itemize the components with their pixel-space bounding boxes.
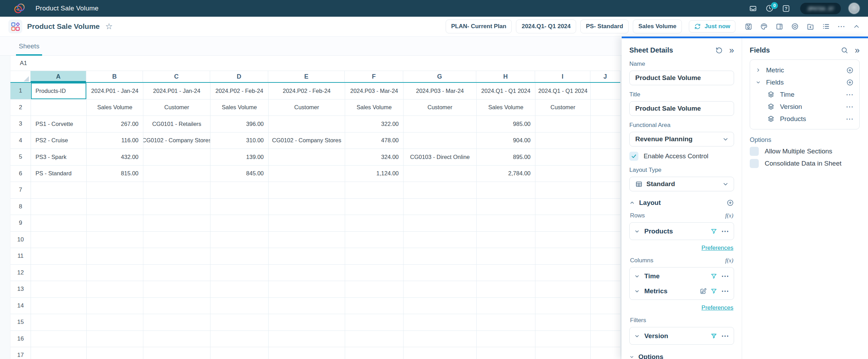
cell-E11[interactable] [269, 248, 345, 265]
filter-funnel-active-icon[interactable] [710, 333, 717, 340]
tab-sheets[interactable]: Sheets [16, 42, 42, 56]
cell-H5[interactable]: 895.00 [477, 149, 535, 166]
filter-pill-product[interactable]: PS- Standard [580, 19, 629, 33]
user-badge[interactable]: JP0724_37 [800, 3, 841, 14]
cell-J6[interactable] [591, 166, 621, 182]
cell-C4[interactable]: CG0102 - Company Stores [143, 133, 210, 149]
cell-A6[interactable]: PS - Standard [31, 166, 87, 182]
cell-D5[interactable]: 139.00 [210, 149, 269, 166]
cell-G14[interactable] [404, 298, 477, 314]
cell-A3[interactable]: PS1 - Corvette [31, 116, 87, 133]
cell-A10[interactable] [31, 232, 87, 248]
cell-B9[interactable] [87, 215, 143, 232]
cell-A14[interactable] [31, 298, 87, 314]
cell-E12[interactable] [269, 265, 345, 281]
cell-B7[interactable] [87, 182, 143, 199]
palette-icon[interactable] [760, 22, 768, 31]
export-folder-icon[interactable] [806, 23, 814, 31]
collapse-panel-icon[interactable]: » [855, 46, 860, 55]
cell-E5[interactable] [269, 149, 345, 166]
cell-H7[interactable] [477, 182, 535, 199]
cell-H3[interactable]: 985.00 [477, 116, 535, 133]
cell-D8[interactable] [210, 199, 269, 215]
more-options-icon[interactable]: ⋯ [837, 23, 845, 30]
cell-I7[interactable] [535, 182, 591, 199]
layout-type-select[interactable]: Standard [629, 177, 734, 191]
cell-G1[interactable]: 2024.P03 - Mar-24 [404, 83, 477, 99]
add-icon[interactable] [846, 66, 854, 74]
rows-preferences-link[interactable]: Preferences [630, 245, 733, 252]
cell-D15[interactable] [210, 314, 269, 331]
column-header-D[interactable]: D [210, 71, 268, 82]
filter-row-version[interactable]: Version ⋯ [634, 328, 729, 343]
cell-B11[interactable] [87, 248, 143, 265]
cell-F13[interactable] [345, 281, 404, 298]
cell-J13[interactable] [591, 281, 621, 298]
view-target-icon[interactable] [791, 22, 799, 31]
cell-A11[interactable] [31, 248, 87, 265]
cell-I6[interactable] [535, 166, 591, 182]
cell-F6[interactable]: 1,124.00 [345, 166, 404, 182]
cell-D4[interactable]: 310.00 [210, 133, 269, 149]
column-header-G[interactable]: G [403, 71, 476, 82]
cell-I13[interactable] [535, 281, 591, 298]
cell-J1[interactable] [591, 83, 621, 99]
field-more-icon[interactable]: ⋯ [846, 91, 854, 98]
cell-J4[interactable] [591, 133, 621, 149]
cell-E7[interactable] [269, 182, 345, 199]
cell-E15[interactable] [269, 314, 345, 331]
cell-G11[interactable] [404, 248, 477, 265]
cell-G5[interactable]: CG0103 - Direct Online [404, 149, 477, 166]
list-icon[interactable] [822, 22, 830, 31]
collapse-panel-icon[interactable]: » [729, 46, 734, 55]
favorite-star-icon[interactable]: ☆ [105, 22, 113, 31]
cell-H1[interactable]: 2024.Q1 - Q1 2024 [477, 83, 535, 99]
column-header-E[interactable]: E [268, 71, 345, 82]
cell-J8[interactable] [591, 199, 621, 215]
title-input[interactable]: Product Sale Volume [629, 101, 734, 116]
cell-A2[interactable] [31, 99, 87, 116]
tree-item-fields[interactable]: Fields [756, 76, 854, 88]
chevron-down-icon[interactable] [629, 354, 634, 359]
cell-E9[interactable] [269, 215, 345, 232]
column-header-B[interactable]: B [86, 71, 143, 82]
cell-J3[interactable] [591, 116, 621, 133]
cell-J9[interactable] [591, 215, 621, 232]
cell-J12[interactable] [591, 265, 621, 281]
row-header-5[interactable]: 5 [10, 149, 31, 166]
cell-B5[interactable]: 432.00 [87, 149, 143, 166]
row-header-13[interactable]: 13 [10, 281, 31, 298]
cell-E4[interactable]: CG0102 - Company Stores [269, 133, 345, 149]
row-header-12[interactable]: 12 [10, 265, 31, 281]
cell-B3[interactable]: 267.00 [87, 116, 143, 133]
cell-E1[interactable]: 2024.P02 - Feb-24 [269, 83, 345, 99]
cell-F3[interactable]: 322.00 [345, 116, 404, 133]
cell-B4[interactable]: 116.00 [87, 133, 143, 149]
filter-pill-time[interactable]: 2024.Q1- Q1 2024 [516, 19, 576, 33]
field-more-icon[interactable]: ⋯ [846, 103, 854, 111]
cell-E6[interactable] [269, 166, 345, 182]
cell-F14[interactable] [345, 298, 404, 314]
cell-J10[interactable] [591, 232, 621, 248]
cell-C16[interactable] [143, 331, 210, 348]
cell-F4[interactable]: 478.00 [345, 133, 404, 149]
cell-A17[interactable] [31, 347, 87, 359]
cell-I17[interactable] [535, 347, 591, 359]
cell-G4[interactable] [404, 133, 477, 149]
cell-C11[interactable] [143, 248, 210, 265]
cell-J14[interactable] [591, 298, 621, 314]
column-header-H[interactable]: H [476, 71, 535, 82]
tree-item-time[interactable]: Time ⋯ [756, 88, 854, 101]
brand-logo-icon[interactable] [13, 2, 26, 15]
row-header-4[interactable]: 4 [10, 133, 31, 149]
cell-F1[interactable]: 2024.P03 - Mar-24 [345, 83, 404, 99]
cell-F17[interactable] [345, 347, 404, 359]
cell-F8[interactable] [345, 199, 404, 215]
cell-H11[interactable] [477, 248, 535, 265]
cell-F5[interactable]: 324.00 [345, 149, 404, 166]
collapse-chevron-icon[interactable] [853, 23, 860, 30]
row-header-6[interactable]: 6 [10, 166, 31, 182]
cell-I2[interactable]: Customer [535, 99, 591, 116]
column-header-J[interactable]: J [590, 71, 620, 82]
cell-D17[interactable] [210, 347, 269, 359]
